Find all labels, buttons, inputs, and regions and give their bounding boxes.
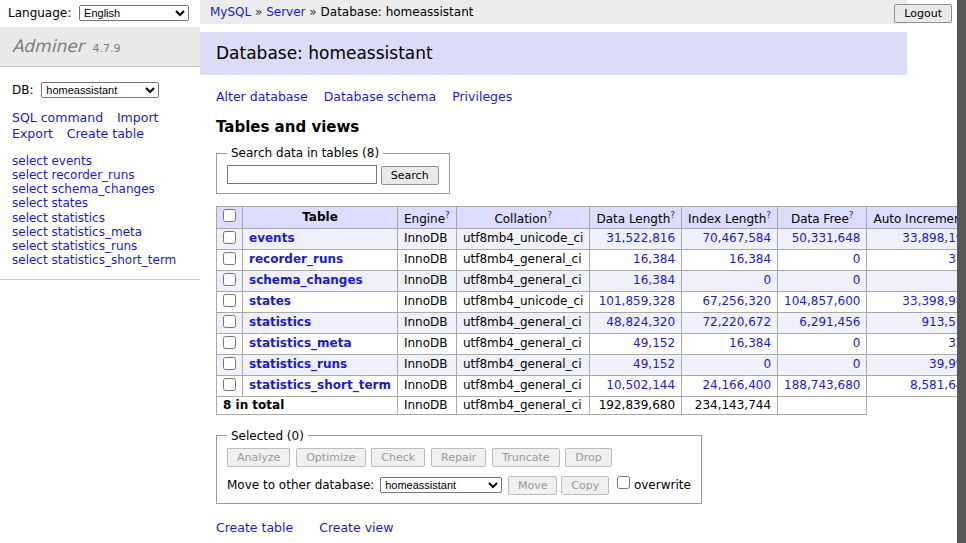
data-length-link[interactable]: 16,384: [633, 273, 675, 287]
sidebar-select-events-link[interactable]: select events: [12, 154, 188, 168]
data-length-link[interactable]: 49,152: [633, 336, 675, 350]
data-length-cell: 16,384: [590, 249, 682, 270]
row-checkbox-statistics-short-term[interactable]: [223, 378, 236, 391]
data-length-link[interactable]: 101,859,328: [599, 294, 675, 308]
sidebar-link-sql-command[interactable]: SQL command: [12, 110, 103, 125]
row-checkbox-statistics-runs[interactable]: [223, 357, 236, 370]
sidebar-select-recorder-runs-link[interactable]: select recorder_runs: [12, 168, 188, 182]
collation-cell: utf8mb4_unicode_ci: [456, 291, 590, 312]
index-length-link[interactable]: 70,467,584: [702, 231, 771, 245]
table-link-statistics-short-term[interactable]: statistics_short_term: [249, 378, 391, 392]
drop-button[interactable]: Drop: [565, 448, 611, 467]
search-input[interactable]: [227, 165, 377, 184]
check-button[interactable]: Check: [371, 448, 425, 467]
data-free-link[interactable]: 188,743,680: [784, 378, 860, 392]
table-link-events[interactable]: events: [249, 231, 295, 245]
table-link-recorder-runs[interactable]: recorder_runs: [249, 252, 343, 266]
table-link-states[interactable]: states: [249, 294, 291, 308]
index-length-link[interactable]: 16,384: [729, 336, 771, 350]
sidebar-link-create-table[interactable]: Create table: [67, 126, 144, 141]
breadcrumb-link-server[interactable]: Server: [266, 5, 305, 19]
table-link-schema-changes[interactable]: schema_changes: [249, 273, 363, 287]
help-link[interactable]: ?: [445, 210, 450, 220]
table-link-statistics[interactable]: statistics: [249, 315, 311, 329]
sidebar-select-statistics-link[interactable]: select statistics: [12, 211, 188, 225]
language-select[interactable]: English: [79, 5, 189, 21]
repair-button[interactable]: Repair: [431, 448, 486, 467]
database-schema-link[interactable]: Database schema: [324, 89, 436, 104]
help-link[interactable]: ?: [547, 210, 552, 220]
create-view-link[interactable]: Create view: [319, 520, 393, 535]
auto-increment-cell: 325: [867, 333, 966, 354]
data-length-link[interactable]: 16,384: [633, 252, 675, 266]
row-checkbox-statistics-meta[interactable]: [223, 336, 236, 349]
privileges-link[interactable]: Privileges: [452, 89, 512, 104]
data-length-link[interactable]: 49,152: [633, 357, 675, 371]
help-link[interactable]: ?: [670, 210, 675, 220]
index-length-link[interactable]: 0: [763, 357, 771, 371]
create-table-link[interactable]: Create table: [216, 520, 293, 535]
breadcrumb-link-mysql[interactable]: MySQL: [210, 5, 251, 19]
index-length-link[interactable]: 67,256,320: [702, 294, 771, 308]
data-free-link[interactable]: 6,291,456: [799, 315, 860, 329]
optimize-button[interactable]: Optimize: [296, 448, 365, 467]
data-length-cell: 16,384: [590, 270, 682, 291]
index-length-cell: 67,256,320: [682, 291, 778, 312]
sidebar-select-statistics-short-term-link[interactable]: select statistics_short_term: [12, 253, 188, 267]
alter-database-link[interactable]: Alter database: [216, 89, 308, 104]
logout-button[interactable]: Logout: [894, 4, 952, 23]
overwrite-label: overwrite: [634, 478, 691, 492]
data-length-link[interactable]: 10,502,144: [606, 378, 675, 392]
index-length-cell: 16,384: [682, 333, 778, 354]
move-db-select[interactable]: homeassistant: [380, 477, 502, 493]
index-length-cell: 24,166,400: [682, 375, 778, 396]
data-length-link[interactable]: 48,824,320: [606, 315, 675, 329]
index-length-link[interactable]: 72,220,672: [702, 315, 771, 329]
index-length-link[interactable]: 0: [763, 273, 771, 287]
tables-overview-footer: 8 in totalInnoDButf8mb4_general_ci192,83…: [217, 396, 966, 414]
index-length-link[interactable]: 16,384: [729, 252, 771, 266]
data-free-link[interactable]: 50,331,648: [792, 231, 861, 245]
col-header-engine: Engine?: [397, 206, 456, 228]
total-data-length-cell: 192,839,680: [590, 396, 682, 414]
help-link[interactable]: ?: [766, 210, 771, 220]
overwrite-checkbox[interactable]: [617, 476, 630, 489]
row-checkbox-statistics[interactable]: [223, 315, 236, 328]
table-link-statistics-runs[interactable]: statistics_runs: [249, 357, 347, 371]
app-version-link[interactable]: 4.7.9: [92, 42, 120, 55]
help-link[interactable]: ?: [849, 210, 854, 220]
sidebar-link-import[interactable]: Import: [117, 110, 159, 125]
index-length-cell: 70,467,584: [682, 228, 778, 249]
copy-button[interactable]: Copy: [561, 476, 609, 495]
search-fieldset: Search data in tables (8) Search: [216, 146, 450, 194]
row-check-cell: [217, 291, 243, 312]
select-all-checkbox[interactable]: [223, 209, 236, 222]
move-button[interactable]: Move: [508, 476, 558, 495]
tables-overview-table: TableEngine?Collation?Data Length?Index …: [216, 206, 966, 415]
db-select[interactable]: homeassistant: [41, 82, 159, 98]
data-free-link[interactable]: 0: [853, 252, 861, 266]
data-free-link[interactable]: 0: [853, 273, 861, 287]
data-free-link[interactable]: 0: [853, 336, 861, 350]
truncate-button[interactable]: Truncate: [492, 448, 559, 467]
data-free-cell: 0: [778, 333, 867, 354]
data-length-link[interactable]: 31,522,816: [606, 231, 675, 245]
search-button[interactable]: Search: [381, 166, 439, 185]
data-free-link[interactable]: 104,857,600: [784, 294, 860, 308]
analyze-button[interactable]: Analyze: [227, 448, 290, 467]
scrollbar-thumb[interactable]: [957, 0, 966, 543]
index-length-link[interactable]: 24,166,400: [702, 378, 771, 392]
row-checkbox-schema-changes[interactable]: [223, 273, 236, 286]
sidebar-select-states-link[interactable]: select states: [12, 196, 188, 210]
sidebar-select-schema-changes-link[interactable]: select schema_changes: [12, 182, 188, 196]
table-link-statistics-meta[interactable]: statistics_meta: [249, 336, 352, 350]
row-checkbox-events[interactable]: [223, 231, 236, 244]
row-checkbox-states[interactable]: [223, 294, 236, 307]
sidebar-link-export[interactable]: Export: [12, 126, 53, 141]
index-length-cell: 0: [682, 354, 778, 375]
sidebar-select-statistics-meta-link[interactable]: select statistics_meta: [12, 225, 188, 239]
scrollbar[interactable]: [957, 0, 966, 543]
row-checkbox-recorder-runs[interactable]: [223, 252, 236, 265]
sidebar-select-statistics-runs-link[interactable]: select statistics_runs: [12, 239, 188, 253]
data-free-link[interactable]: 0: [853, 357, 861, 371]
